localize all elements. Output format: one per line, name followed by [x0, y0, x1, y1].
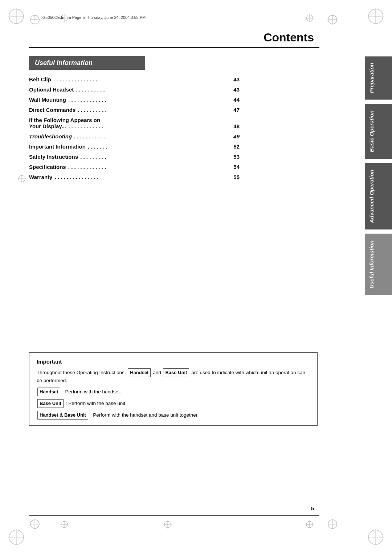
handset-base-unit-badge: Handset & Base Unit	[37, 411, 88, 420]
tab-useful-information[interactable]: Useful Information	[365, 234, 392, 295]
page-number: 5	[311, 505, 314, 511]
toc-entry-optional-headset: Optional Headset . . . . . . . . . . 43	[29, 86, 240, 93]
handset-badge-1: Handset	[128, 368, 151, 377]
page-title: Contents	[264, 31, 314, 44]
base-unit-row: Base Unit : Perform with the base unit.	[37, 399, 310, 408]
reg-mark-top-right	[305, 14, 314, 24]
handset-base-unit-row: Handset & Base Unit : Perform with the h…	[37, 411, 310, 420]
reg-mark-bottom-right2	[327, 518, 338, 531]
reg-mark-bottom-center	[163, 520, 172, 530]
handset-row: Handset : Perform with the handset.	[37, 388, 310, 396]
handset-badge-2: Handset	[37, 388, 60, 396]
tab-preparation[interactable]: Preparation	[365, 56, 392, 100]
important-body-text: Throughout these Operating Instructions,…	[37, 368, 310, 385]
reg-mark-bottom-left	[29, 518, 41, 531]
tab-basic-operation[interactable]: Basic Operation	[365, 104, 392, 159]
corner-reg-bottom-left	[7, 528, 25, 548]
useful-info-heading: Useful Information	[29, 56, 145, 70]
toc-entry-wall-mounting: Wall Mounting . . . . . . . . . . . . . …	[29, 97, 240, 103]
toc-entry-warranty: Warranty . . . . . . . . . . . . . . . 5…	[29, 174, 240, 181]
reg-mark-left	[17, 174, 26, 185]
toc-entry-if-following: If the Following Appears on Your Display…	[29, 117, 240, 130]
corner-reg-bottom-right	[367, 528, 385, 548]
important-box: Important Throughout these Operating Ins…	[29, 352, 318, 426]
base-unit-badge-2: Base Unit	[37, 399, 64, 408]
page: TG5050CE.fm.fm Page 5 Thursday, June 24,…	[0, 0, 392, 555]
header-text: TG5050CE.fm.fm Page 5 Thursday, June 24,…	[40, 15, 146, 20]
toc-entry-direct-commands: Direct Commands . . . . . . . . . . 47	[29, 107, 240, 113]
title-rule	[29, 47, 319, 48]
important-title: Important	[37, 358, 310, 365]
header-strip	[29, 22, 319, 22]
base-unit-badge-1: Base Unit	[163, 368, 189, 377]
bottom-rule	[29, 515, 319, 516]
toc-entry-troubleshooting: Troubleshooting . . . . . . . . . . . 49	[29, 133, 240, 140]
toc-entry-safety-instructions: Safety Instructions . . . . . . . . . 53	[29, 154, 240, 160]
toc-entry-belt-clip: Belt Clip . . . . . . . . . . . . . . . …	[29, 76, 240, 83]
toc-entry-important-info: Important Information . . . . . . . 52	[29, 143, 240, 150]
corner-reg-top-right	[367, 7, 385, 27]
toc-list: Belt Clip . . . . . . . . . . . . . . . …	[29, 76, 240, 184]
tab-advanced-operation[interactable]: Advanced Operation	[365, 163, 392, 230]
reg-mark-top-right2	[327, 14, 338, 27]
side-tabs: Preparation Basic Operation Advanced Ope…	[365, 56, 392, 297]
reg-mark-bottom-left2	[60, 520, 69, 530]
reg-mark-top-left	[29, 14, 41, 27]
reg-mark-bottom-right	[305, 520, 314, 530]
toc-entry-specifications: Specifications . . . . . . . . . . . . .…	[29, 164, 240, 170]
corner-reg-top-left	[7, 7, 25, 27]
